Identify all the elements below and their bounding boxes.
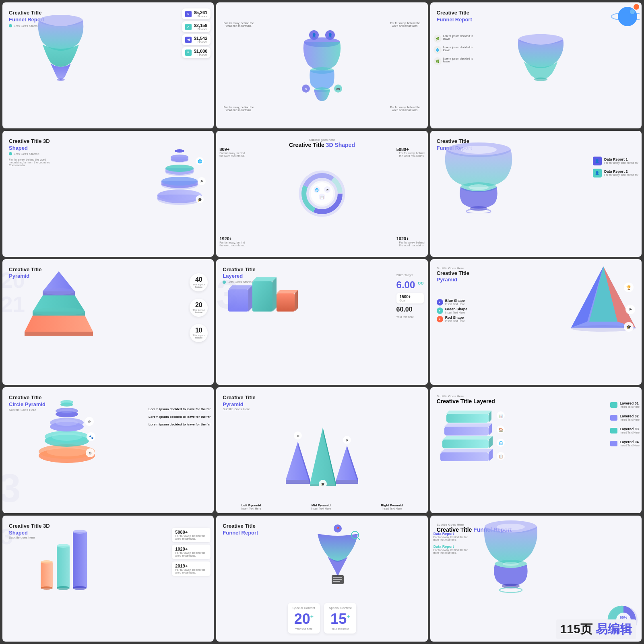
layer-text-3: Layered 03 Insert Text Here [620, 427, 640, 434]
svg-point-84 [52, 433, 82, 441]
svg-text:60%: 60% [620, 615, 627, 619]
left-pyr-title: Left Pyramid [241, 504, 261, 507]
cp-item-1: Lorem ipsum decided to leave for the far [149, 407, 211, 411]
l-sub-4: Insert Text Here [620, 444, 640, 447]
dr15-2: Data Report Far far away, behind the far… [433, 545, 474, 554]
card15-tornado-svg [479, 520, 543, 594]
svg-point-152 [497, 524, 525, 530]
card8-stats: 2023 Target 6.00 oo 1500+ Goal 60.00 You… [396, 273, 424, 318]
card5-stat-1: 809+ Far far away, behind the word mount… [219, 147, 248, 157]
layer-1: Layered 01 Insert Text Here [610, 401, 640, 408]
card14-funnel-svg: 📍 [312, 524, 364, 584]
fi-icon-3: ◀ [185, 37, 192, 43]
svg-point-87 [56, 419, 78, 426]
svg-rect-145 [332, 575, 344, 584]
svg-marker-58 [25, 332, 93, 336]
shape-title-red: Red Shape [445, 316, 465, 320]
svg-text:📍: 📍 [335, 526, 340, 531]
card5-stat-4: 1020+ Far far away, behind the word moun… [396, 236, 425, 247]
card5-stat-2: 5080+ Far far away, behind the word moun… [396, 147, 425, 157]
card10-rings-svg: ⚙ 🐾 ⚙ [35, 393, 99, 466]
card3-funnel-svg [483, 33, 599, 85]
shape-text-red: Red Shape Insert Text Here [445, 316, 465, 322]
svg-marker-105 [336, 446, 358, 480]
c13-s2-desc: Far far away, behind the word mountains. [175, 551, 207, 557]
svg-marker-106 [336, 480, 358, 484]
card12-layer-labels: Layered 01 Insert Text Here Layered 02 I… [610, 399, 640, 447]
card8-blocks-svg [224, 277, 301, 338]
card-funnel-report-3: Creative Title Funnel Report [430, 2, 642, 128]
dr15-1-desc: Far far away, behind the far from the co… [433, 536, 474, 541]
left-pyr-sub: Insert Text Here [241, 507, 261, 510]
feat-40: This is your feature [190, 309, 208, 314]
svg-text:🏠: 🏠 [498, 427, 503, 432]
svg-point-13 [618, 7, 637, 26]
svg-point-92 [60, 400, 73, 404]
fi-icon-4: ≡ [185, 50, 192, 56]
right-pyr-title: Right Pyramid [381, 504, 402, 507]
c13-stat1: 5080+ Far far away, behind the word moun… [172, 528, 211, 542]
svg-marker-99 [286, 442, 310, 480]
card-3d-shaped-13: 3 Creative Title 3D Shaped Subtitle goes… [2, 516, 214, 642]
card3-subtitle: Funnel Report [437, 17, 635, 23]
card3-lorem1: 🌿 Lorem ipsum decided to leave [433, 35, 475, 43]
card8-tv-sup: oo [418, 280, 424, 286]
card-funnel-report-14: Creative Title Funnel Report 📍 [216, 516, 427, 642]
card12-layers: 📊 🏠 🌐 📋 [434, 399, 515, 468]
shape-dot-green: ♦ [437, 308, 443, 314]
report-item-2: 👤 Data Report 2 Far far away, behind the… [593, 169, 638, 178]
feat-10: This is your feature [190, 334, 208, 339]
svg-line-150 [357, 537, 360, 540]
sc-sup-2: + [347, 613, 350, 620]
report-title-2: Data Report 2 [604, 169, 638, 173]
cp-title-2: Lorem ipsum decided to leave for the far [149, 415, 211, 419]
orange-dot [634, 4, 639, 10]
svg-text:🎓: 🎓 [321, 482, 325, 486]
card4-svg: 🌐 ⚑ 🎓 [149, 137, 210, 207]
card12-layers-svg: 📊 🏠 🌐 📋 [434, 399, 515, 468]
sc-label-1: Special Content [293, 606, 315, 610]
shape-title-blue: Blue Shape [445, 299, 465, 303]
svg-point-81 [47, 447, 87, 456]
c13-stat2: 1029+ Far far away, behind the word moun… [172, 545, 211, 559]
card5-title-text: Creative Title [289, 142, 326, 148]
svg-text:🐾: 🐾 [89, 435, 94, 440]
lorem3-icon: 🌿 [433, 57, 442, 65]
svg-point-141 [41, 560, 53, 564]
svg-marker-64 [272, 277, 277, 312]
svg-rect-120 [444, 427, 489, 436]
report-sub-1: Far far away, behind the far [604, 161, 638, 164]
card-pyramid-7: 20 21 Creative Title Pyramid [2, 259, 214, 385]
l-sub-3: Insert Text Here [620, 431, 640, 434]
card11-pyramid-labels: Left Pyramid Insert Text Here Mid Pyrami… [216, 504, 427, 510]
num-20: 40 [195, 276, 202, 283]
num-label-20: 40 This is your feature [190, 273, 208, 291]
num-label-10: 10 This is your feature [190, 324, 208, 342]
card-funnel-report-1: Creative Title Funnel Report Lets Get's … [2, 2, 214, 128]
svg-rect-62 [252, 281, 272, 312]
svg-rect-114 [440, 452, 489, 461]
cp-title-3: Lorem ipsum decided to leave for the far [149, 423, 211, 426]
card3-title-area: Creative Title Funnel Report [437, 10, 635, 23]
shape-sub-blue: Insert Text Here [445, 303, 465, 305]
svg-text:⚑: ⚑ [200, 180, 203, 184]
right-pyr-sub: Insert Text Here [381, 507, 402, 510]
layer-text-4: Layered 04 Insert Text Here [620, 440, 640, 447]
feat-20: This is your feature [190, 283, 208, 288]
layer-3: Layered 03 Insert Text Here [610, 427, 640, 434]
svg-text:🎓: 🎓 [626, 324, 632, 330]
card5-s2-val: 5080+ [396, 147, 425, 152]
card3-title: Creative Title [437, 10, 635, 17]
card5-title: Creative Title 3D Shaped [223, 142, 421, 148]
svg-marker-60 [228, 285, 252, 289]
finance-item-2: ↗ $2,159 Finance [182, 21, 211, 32]
sc-number-2: 15+ [329, 611, 351, 627]
card5-stat-3: 1920+ Far far away, behind the word moun… [219, 236, 248, 247]
card9-pyramid-svg: 🏆 ⚑ 🎓 [569, 263, 638, 336]
card13-cylinders-svg [35, 524, 99, 594]
report-text-1: Data Report 1 Far far away, behind the f… [604, 157, 638, 164]
card-pyramid-9: Subtitle Goes Here Creative Title Pyrami… [430, 259, 642, 385]
svg-text:👤: 👤 [312, 33, 317, 38]
card3-lorem2-text: Lorem ipsum decided to leave [443, 46, 475, 52]
svg-marker-57 [25, 316, 93, 332]
